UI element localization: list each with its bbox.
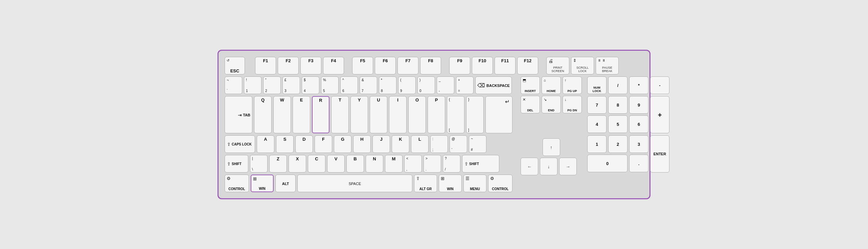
- key-num-5[interactable]: 5: [608, 115, 627, 133]
- key-period[interactable]: > .: [424, 155, 441, 173]
- key-backslash[interactable]: | \: [250, 155, 268, 173]
- key-f[interactable]: F: [315, 135, 332, 153]
- key-arrow-up[interactable]: ↑: [543, 138, 560, 156]
- key-r[interactable]: R: [312, 96, 329, 133]
- key-insert[interactable]: ⬒ INSERT: [521, 76, 540, 94]
- key-num-asterisk[interactable]: *: [629, 76, 648, 94]
- key-f7[interactable]: F7: [397, 57, 418, 74]
- key-apostrophe[interactable]: @ ': [450, 135, 467, 153]
- key-o[interactable]: O: [408, 96, 426, 133]
- key-6[interactable]: ^ 6: [340, 76, 358, 94]
- key-ctrl-left[interactable]: ⚙ CONTROL: [225, 175, 249, 192]
- key-win-right[interactable]: ⊞ WIN: [439, 175, 462, 192]
- key-p[interactable]: P: [428, 96, 445, 133]
- key-a[interactable]: A: [257, 135, 274, 153]
- key-semicolon[interactable]: : ;: [430, 135, 448, 153]
- key-num-4[interactable]: 4: [587, 115, 607, 133]
- key-tab[interactable]: ⇥ TAB: [225, 96, 252, 133]
- key-f1[interactable]: F1: [255, 57, 276, 74]
- key-9[interactable]: ( 9: [398, 76, 416, 94]
- key-num-8[interactable]: 8: [608, 96, 627, 114]
- key-4[interactable]: $ 4: [302, 76, 319, 94]
- key-slash[interactable]: ? /: [443, 155, 460, 173]
- key-n[interactable]: N: [366, 155, 383, 173]
- key-equals[interactable]: + =: [456, 76, 474, 94]
- key-f2[interactable]: F2: [278, 57, 299, 74]
- key-c[interactable]: C: [308, 155, 325, 173]
- key-m[interactable]: M: [385, 155, 403, 173]
- key-q[interactable]: Q: [254, 96, 272, 133]
- key-num-0[interactable]: 0: [587, 155, 627, 172]
- key-s[interactable]: S: [276, 135, 294, 153]
- key-d[interactable]: D: [295, 135, 313, 153]
- key-num-slash[interactable]: /: [608, 76, 627, 94]
- key-end[interactable]: ↘ END: [542, 96, 561, 113]
- key-space[interactable]: SPACE: [297, 175, 412, 192]
- key-delete[interactable]: ✕ DEL: [521, 96, 540, 113]
- key-5[interactable]: % 5: [321, 76, 339, 94]
- key-return[interactable]: ↵: [485, 96, 512, 133]
- key-arrow-down[interactable]: ↓: [540, 158, 557, 175]
- key-print-screen[interactable]: 🖨 PRINTSCREEN: [546, 57, 569, 74]
- key-alt-gr[interactable]: ⇧ ALT GR: [414, 175, 437, 192]
- key-x[interactable]: X: [289, 155, 306, 173]
- key-g[interactable]: G: [334, 135, 351, 153]
- key-num-3[interactable]: 3: [629, 135, 648, 153]
- key-pause-break[interactable]: ⏸ ⏸ PAUSEBREAK: [596, 57, 619, 74]
- key-y[interactable]: Y: [350, 96, 368, 133]
- key-win-left[interactable]: ⊞ WIN: [251, 175, 274, 192]
- key-shift-right[interactable]: ⇧ SHIFT: [462, 155, 499, 173]
- key-j[interactable]: J: [372, 135, 390, 153]
- key-num-plus[interactable]: +: [650, 96, 669, 133]
- key-l[interactable]: L: [411, 135, 429, 153]
- key-z[interactable]: Z: [269, 155, 287, 173]
- key-minus[interactable]: _ -: [437, 76, 454, 94]
- key-e[interactable]: E: [293, 96, 310, 133]
- key-esc[interactable]: ↺ ESC: [225, 57, 245, 74]
- key-f6[interactable]: F6: [375, 57, 396, 74]
- key-f5[interactable]: F5: [352, 57, 373, 74]
- key-scroll-lock[interactable]: ⇕ SCROLLLOCK: [571, 57, 594, 74]
- key-backtick[interactable]: ¬ `: [225, 76, 242, 94]
- key-num-dot[interactable]: .: [629, 155, 648, 172]
- key-alt-left[interactable]: ALT: [275, 175, 296, 192]
- key-2[interactable]: " 2: [263, 76, 281, 94]
- key-f10[interactable]: F10: [472, 57, 493, 74]
- key-v[interactable]: V: [327, 155, 345, 173]
- key-h[interactable]: H: [353, 135, 371, 153]
- key-7[interactable]: & 7: [360, 76, 377, 94]
- key-page-up[interactable]: ↑ PG UP: [563, 76, 582, 94]
- key-num-9[interactable]: 9: [629, 96, 648, 114]
- key-num-1[interactable]: 1: [587, 135, 607, 153]
- key-backspace[interactable]: ⌫ BACKSPACE: [475, 76, 512, 94]
- key-num-6[interactable]: 6: [629, 115, 648, 133]
- key-f11[interactable]: F11: [495, 57, 516, 74]
- key-8[interactable]: * 8: [379, 76, 396, 94]
- key-f4[interactable]: F4: [323, 57, 344, 74]
- key-t[interactable]: T: [331, 96, 349, 133]
- key-f8[interactable]: F8: [420, 57, 441, 74]
- key-b[interactable]: B: [346, 155, 364, 173]
- key-caps-lock[interactable]: ⇪ CAPS LOCK: [225, 135, 255, 153]
- key-num-7[interactable]: 7: [587, 96, 607, 114]
- key-page-down[interactable]: ↓ PG DN: [563, 96, 582, 113]
- key-hash[interactable]: ~ #: [469, 135, 486, 153]
- key-arrow-right[interactable]: →: [559, 158, 577, 175]
- key-1[interactable]: ! 1: [244, 76, 261, 94]
- key-num-enter[interactable]: ENTER: [650, 135, 669, 173]
- key-num-2[interactable]: 2: [608, 135, 627, 153]
- key-num-minus[interactable]: -: [650, 76, 669, 94]
- key-ctrl-right[interactable]: ⚙ CONTROL: [488, 175, 512, 192]
- key-arrow-left[interactable]: ←: [521, 158, 538, 175]
- key-0[interactable]: ) 0: [417, 76, 435, 94]
- key-comma[interactable]: < ,: [404, 155, 422, 173]
- key-bracket-right[interactable]: } ]: [466, 96, 484, 133]
- key-k[interactable]: K: [392, 135, 409, 153]
- key-i[interactable]: I: [389, 96, 407, 133]
- key-num-lock[interactable]: NUMLOCK: [587, 76, 607, 94]
- key-home[interactable]: ⌂ HOME: [542, 76, 561, 94]
- key-menu[interactable]: ☰ MENU: [463, 175, 486, 192]
- key-f3[interactable]: F3: [300, 57, 321, 74]
- key-shift-left[interactable]: ⇧ SHIFT: [225, 155, 248, 173]
- key-bracket-left[interactable]: { [: [447, 96, 464, 133]
